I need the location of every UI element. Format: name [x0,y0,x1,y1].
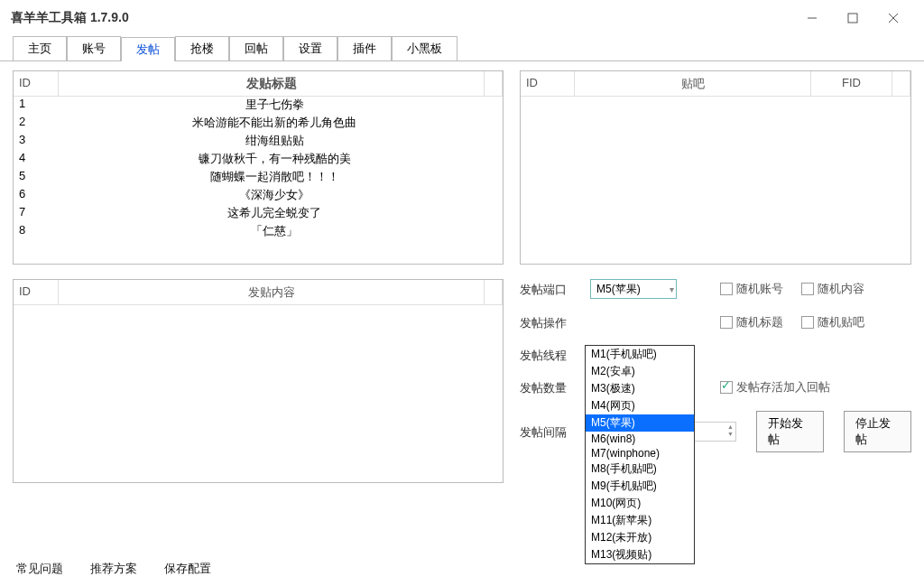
recommend-link[interactable]: 推荐方案 [90,561,137,577]
table-row: 6《深海少女》 [14,187,503,205]
tab-home[interactable]: 主页 [13,36,67,60]
tieba-list: ID 贴吧 FID [520,70,911,265]
post-content-list: ID 发贴内容 [13,279,504,483]
table-row: 8「仁慈」 [14,223,503,241]
thread-label: 发帖线程 [520,346,583,364]
stop-button[interactable]: 停止发帖 [844,411,911,452]
chevron-down-icon: ▾ [670,284,674,294]
col-tieba[interactable]: 贴吧 [575,71,811,96]
random-tieba-checkbox[interactable]: 随机贴吧 [801,314,864,330]
dropdown-option[interactable]: M5(苹果) [586,414,694,432]
count-label: 发帖数量 [520,378,583,396]
close-button[interactable] [873,4,913,33]
tab-settings[interactable]: 设置 [283,36,337,60]
table-row: 1里子七伤拳 [14,97,503,115]
dropdown-option[interactable]: M9(手机贴吧) [586,478,694,495]
maximize-button[interactable] [832,4,873,33]
col-fid[interactable]: FID [811,71,892,96]
dropdown-option[interactable]: M10(网页) [586,495,694,512]
dropdown-option[interactable]: M1(手机贴吧) [586,346,694,363]
port-label: 发帖端口 [520,280,583,298]
tieba-list-body[interactable] [521,97,910,261]
dropdown-option[interactable]: M12(未开放) [586,529,694,546]
port-dropdown-list[interactable]: M1(手机贴吧) M2(安卓) M3(极速) M4(网页) M5(苹果) M6(… [585,345,695,564]
table-row: 5随蝴蝶一起消散吧！！！ [14,169,503,187]
port-select[interactable]: M5(苹果) ▾ [590,279,677,299]
tab-post[interactable]: 发帖 [121,37,175,61]
random-account-checkbox[interactable]: 随机账号 [720,281,783,297]
save-config-link[interactable]: 保存配置 [164,561,211,577]
dropdown-option[interactable]: M4(网页) [586,397,694,414]
tab-blackboard[interactable]: 小黑板 [392,36,457,60]
col-id[interactable]: ID [521,71,575,96]
faq-link[interactable]: 常见问题 [16,561,63,577]
footer: 常见问题 推荐方案 保存配置 [16,561,211,577]
tab-reply[interactable]: 回帖 [229,36,283,60]
start-button[interactable]: 开始发帖 [756,411,824,452]
dropdown-option[interactable]: M7(winphone) [586,446,694,460]
table-row: 4镰刀做秋千，有一种残酷的美 [14,151,503,169]
svg-rect-1 [848,14,857,23]
table-row: 7这希儿完全蜕变了 [14,205,503,223]
dropdown-option[interactable]: M3(极速) [586,380,694,397]
save-alive-checkbox[interactable]: 发帖存活加入回帖 [720,379,830,395]
dropdown-option[interactable]: M8(手机贴吧) [586,460,694,478]
interval-label: 发帖间隔 [520,423,579,441]
post-settings-panel: 发帖端口 M5(苹果) ▾ 随机账号 随机内容 发帖操作 随机标题 [520,279,911,483]
window-title: 喜羊羊工具箱 1.7.9.0 [11,10,129,26]
tab-account[interactable]: 账号 [67,36,121,60]
interval-spinner[interactable]: ▲▼ [694,422,736,442]
minimize-button[interactable] [791,4,832,33]
tab-plugin[interactable]: 插件 [337,36,392,60]
tab-grab[interactable]: 抢楼 [175,36,229,60]
dropdown-option[interactable]: M11(新苹果) [586,512,694,529]
dropdown-option[interactable]: M2(安卓) [586,363,694,380]
col-id[interactable]: ID [14,280,59,304]
table-row: 3绀海组贴贴 [14,133,503,151]
op-label: 发帖操作 [520,313,583,331]
post-title-list: ID 发贴标题 1里子七伤拳 2米哈游能不能出新的希儿角色曲 3绀海组贴贴 4镰… [13,70,504,265]
tabs: 主页 账号 发帖 抢楼 回帖 设置 插件 小黑板 [0,36,924,61]
random-title-checkbox[interactable]: 随机标题 [720,314,783,330]
dropdown-option[interactable]: M13(视频贴) [586,546,694,563]
table-row: 2米哈游能不能出新的希儿角色曲 [14,115,503,133]
col-id[interactable]: ID [14,71,59,96]
col-title[interactable]: 发贴标题 [59,71,485,96]
random-content-checkbox[interactable]: 随机内容 [801,281,864,297]
post-title-list-body[interactable]: 1里子七伤拳 2米哈游能不能出新的希儿角色曲 3绀海组贴贴 4镰刀做秋千，有一种… [14,97,503,261]
titlebar: 喜羊羊工具箱 1.7.9.0 [0,0,924,36]
col-content[interactable]: 发贴内容 [59,280,485,304]
dropdown-option[interactable]: M6(win8) [586,432,694,446]
